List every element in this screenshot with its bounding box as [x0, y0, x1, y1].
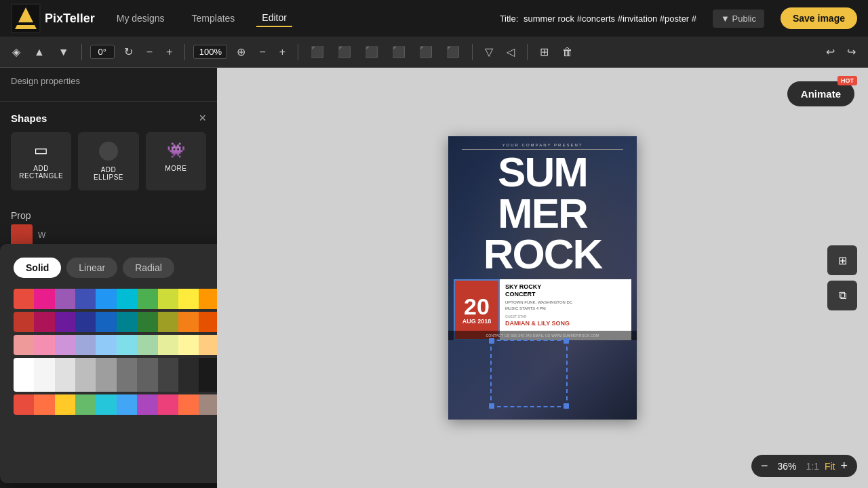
- sep5: [527, 44, 528, 60]
- color-orange[interactable]: [199, 289, 217, 309]
- animate-button[interactable]: HOT Animate: [787, 81, 854, 106]
- align-center-btn[interactable]: ⬛: [334, 43, 355, 61]
- move-up-button[interactable]: ▲: [30, 43, 49, 61]
- sep2: [184, 44, 185, 60]
- rotate-input[interactable]: [90, 45, 115, 59]
- hot-badge: HOT: [837, 76, 857, 85]
- rotate-btn[interactable]: ↻: [120, 43, 137, 61]
- color-blue[interactable]: [96, 289, 116, 309]
- color-darkindigo[interactable]: [75, 312, 96, 332]
- move-down-button[interactable]: ▼: [54, 43, 73, 61]
- picker-body: Simple Advanced HEX R: G: B:: [14, 289, 217, 470]
- tab-radial[interactable]: Radial: [123, 258, 174, 278]
- color-lightcyan[interactable]: [117, 335, 137, 355]
- flip-h-btn[interactable]: ◁: [502, 43, 519, 61]
- color-yellow[interactable]: [178, 289, 199, 309]
- align-top-btn[interactable]: ⬛: [388, 43, 410, 61]
- animate-label: Animate: [801, 88, 841, 100]
- color-purple[interactable]: [55, 289, 75, 309]
- save-button[interactable]: Save image: [781, 7, 857, 29]
- zoom-input[interactable]: [193, 45, 227, 59]
- align-bottom-btn[interactable]: ⬛: [442, 43, 464, 61]
- color-pink[interactable]: [34, 289, 54, 309]
- logo-icon: [11, 3, 41, 33]
- color-indigo[interactable]: [75, 289, 96, 309]
- color-lightred[interactable]: [14, 335, 34, 355]
- redo-btn[interactable]: ↪: [843, 43, 860, 61]
- palette-row2[interactable]: [14, 312, 217, 332]
- palette-grays[interactable]: [14, 358, 217, 392]
- color-green[interactable]: [137, 289, 157, 309]
- nav-templates[interactable]: Templates: [186, 10, 241, 26]
- color-swatch[interactable]: [11, 224, 33, 246]
- public-button[interactable]: ▼ Public: [713, 9, 764, 28]
- color-lightpink[interactable]: [34, 335, 54, 355]
- zoom-fit[interactable]: Fit: [825, 461, 835, 472]
- color-lightyellow[interactable]: [178, 335, 199, 355]
- color-darkblue[interactable]: [96, 312, 116, 332]
- nav-editor[interactable]: Editor: [256, 9, 292, 27]
- zoom-plus-btn[interactable]: +: [275, 43, 290, 61]
- sep4: [472, 44, 473, 60]
- right-panel: ⊞ ⧉: [827, 245, 857, 310]
- palette-rainbow[interactable]: [14, 394, 217, 415]
- handle-bl[interactable]: [489, 403, 494, 409]
- w-label: W: [38, 230, 45, 240]
- color-lightgreen[interactable]: [137, 335, 157, 355]
- color-lime[interactable]: [158, 289, 178, 309]
- add-page-right-btn[interactable]: ⊞: [827, 245, 857, 275]
- poster-title-line1: SUM: [448, 152, 637, 193]
- plus-btn[interactable]: +: [162, 43, 176, 61]
- palette-row1[interactable]: [14, 289, 217, 309]
- poster[interactable]: YOUR COMPANY PRESENT SUM MER ROCK 20 AUG…: [448, 136, 637, 420]
- handle-tl[interactable]: [489, 338, 494, 344]
- color-darkyellow[interactable]: [178, 312, 199, 332]
- nav-mydesigns[interactable]: My designs: [111, 10, 170, 26]
- flip-v-btn[interactable]: ▽: [481, 43, 497, 61]
- color-lightlime[interactable]: [158, 335, 178, 355]
- zoom-in-btn[interactable]: +: [840, 459, 848, 473]
- tab-linear[interactable]: Linear: [66, 258, 117, 278]
- design-props-section: Design properties: [0, 68, 217, 102]
- color-darklime[interactable]: [158, 312, 178, 332]
- color-darkorange[interactable]: [199, 312, 217, 332]
- delete-btn[interactable]: 🗑: [558, 43, 577, 61]
- align-middle-btn[interactable]: ⬛: [415, 43, 437, 61]
- color-lightorange[interactable]: [199, 335, 217, 355]
- poster-concert-title: SKY ROCKYCONCERT: [505, 283, 626, 298]
- color-darkred[interactable]: [14, 312, 34, 332]
- color-white[interactable]: [14, 358, 34, 392]
- handle-tr[interactable]: [564, 338, 569, 344]
- color-darkcyan[interactable]: [117, 312, 137, 332]
- add-more-button[interactable]: 👾 MORE: [146, 132, 206, 190]
- palette-row3[interactable]: [14, 335, 217, 355]
- zoom-minus-btn[interactable]: −: [255, 43, 269, 61]
- color-lightblue[interactable]: [96, 335, 116, 355]
- copy-page-btn[interactable]: ⧉: [827, 281, 857, 310]
- layer-up-button[interactable]: ◈: [8, 43, 24, 61]
- color-lightindigo[interactable]: [75, 335, 96, 355]
- add-rectangle-button[interactable]: ▭ ADD RECTANGLE: [11, 132, 71, 190]
- color-red[interactable]: [14, 289, 34, 309]
- color-darkpink[interactable]: [34, 312, 54, 332]
- align-right-btn[interactable]: ⬛: [361, 43, 382, 61]
- color-darkgreen[interactable]: [137, 312, 157, 332]
- minus-btn[interactable]: −: [142, 43, 157, 61]
- color-lightpurple[interactable]: [55, 335, 75, 355]
- align-left-btn[interactable]: ⬛: [307, 43, 328, 61]
- tab-solid[interactable]: Solid: [14, 258, 61, 278]
- add-page-btn[interactable]: ⊞: [536, 43, 553, 61]
- undo-btn[interactable]: ↩: [822, 43, 839, 61]
- handle-br[interactable]: [564, 403, 569, 409]
- shapes-close-button[interactable]: ×: [199, 111, 206, 125]
- color-cyan[interactable]: [117, 289, 137, 309]
- sep1: [81, 44, 82, 60]
- poster-content: YOUR COMPANY PRESENT SUM MER ROCK 20 AUG…: [448, 136, 637, 340]
- zoom-icon[interactable]: ⊕: [233, 43, 250, 61]
- more-label: MORE: [165, 165, 186, 172]
- add-ellipse-button[interactable]: ADD ELLIPSE: [78, 132, 138, 190]
- poster-concert-sub: UPTOWN FUNK, WASHINGTON DCMUSIC STARTS 4…: [505, 300, 626, 312]
- color-darkpurple[interactable]: [55, 312, 75, 332]
- zoom-out-btn[interactable]: −: [761, 459, 768, 473]
- poster-company-text: YOUR COMPANY PRESENT: [448, 136, 637, 147]
